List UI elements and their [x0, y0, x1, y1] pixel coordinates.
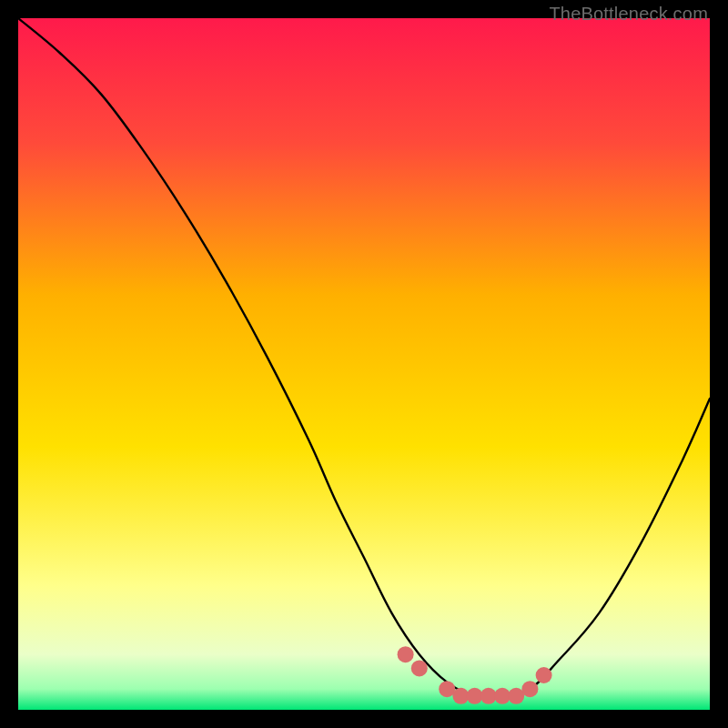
- watermark-text: TheBottleneck.com: [549, 4, 708, 25]
- bottleneck-chart: [18, 18, 710, 710]
- sweet-spot-marker: [411, 660, 428, 676]
- chart-container: TheBottleneck.com: [0, 0, 728, 728]
- sweet-spot-marker: [536, 667, 552, 683]
- sweet-spot-marker: [398, 646, 414, 662]
- sweet-spot-marker: [521, 681, 538, 697]
